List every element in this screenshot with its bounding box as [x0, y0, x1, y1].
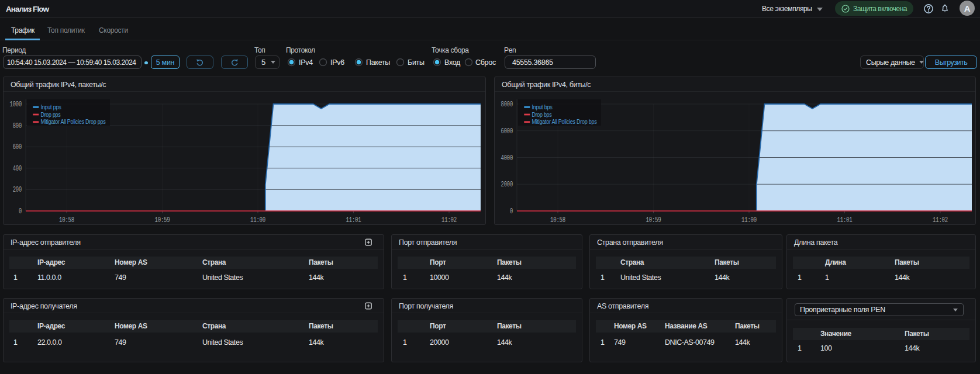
svg-text:Input bps: Input bps — [532, 104, 553, 110]
svg-text:10:58: 10:58 — [59, 216, 74, 224]
svg-text:Mitigator All Policies Drop bp: Mitigator All Policies Drop bps — [532, 119, 597, 125]
svg-text:11:01: 11:01 — [837, 216, 853, 224]
svg-text:0: 0 — [19, 207, 22, 216]
svg-text:Drop bps: Drop bps — [532, 112, 552, 118]
svg-text:6000: 6000 — [501, 127, 513, 136]
svg-text:400: 400 — [13, 165, 22, 173]
svg-text:10:58: 10:58 — [550, 216, 565, 224]
svg-text:8000: 8000 — [501, 101, 513, 109]
svg-text:4000: 4000 — [501, 154, 513, 162]
svg-text:Input pps: Input pps — [41, 104, 61, 110]
svg-text:11:00: 11:00 — [741, 216, 757, 224]
svg-text:600: 600 — [13, 143, 22, 151]
svg-text:11:01: 11:01 — [346, 216, 361, 224]
svg-text:Drop pps: Drop pps — [41, 112, 61, 118]
svg-text:11:02: 11:02 — [441, 216, 457, 224]
svg-text:11:02: 11:02 — [933, 216, 948, 224]
svg-text:0: 0 — [510, 207, 513, 216]
svg-text:200: 200 — [13, 186, 22, 194]
svg-text:11:00: 11:00 — [250, 216, 265, 224]
svg-text:10:59: 10:59 — [155, 216, 170, 224]
svg-text:Mitigator All Policies Drop pp: Mitigator All Policies Drop pps — [41, 119, 106, 125]
svg-text:10:59: 10:59 — [646, 216, 661, 224]
svg-text:1000: 1000 — [10, 101, 22, 109]
svg-text:2000: 2000 — [501, 181, 513, 189]
svg-text:800: 800 — [13, 122, 22, 130]
